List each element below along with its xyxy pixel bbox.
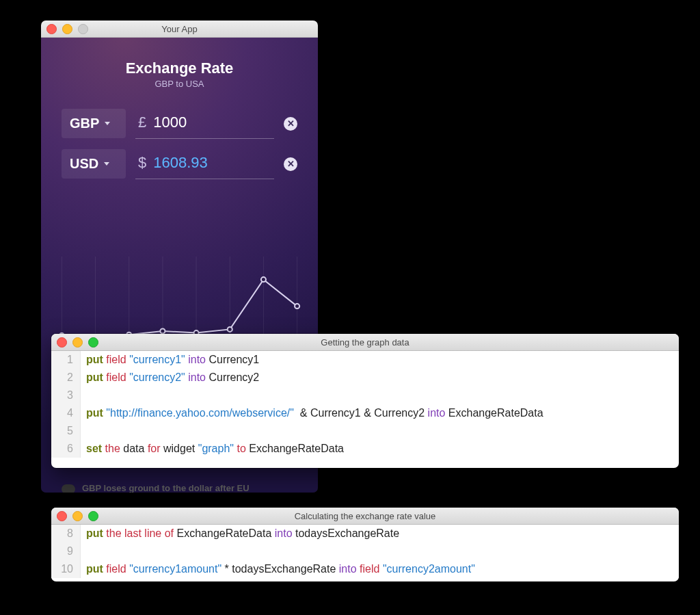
- svg-point-15: [295, 304, 299, 309]
- code-line: 6set the data for widget "graph" to Exch…: [51, 440, 679, 458]
- minimize-icon[interactable]: [62, 24, 72, 34]
- close-icon[interactable]: [46, 24, 57, 34]
- currency2-dropdown[interactable]: USD: [62, 149, 126, 179]
- news-item: GBP loses ground to the dollar after EU …: [62, 482, 297, 493]
- minimize-icon[interactable]: [72, 511, 83, 521]
- code-text: put "http://finance.yahoo.com/webservice…: [81, 404, 543, 422]
- window-title: Getting the graph data: [57, 337, 673, 348]
- titlebar: Your App: [41, 21, 318, 38]
- svg-point-14: [261, 277, 266, 282]
- currency-row-1: GBP £ 1000 ✕: [41, 108, 318, 139]
- currency2-output: $ 1608.93: [135, 148, 274, 179]
- currency1-value: 1000: [153, 114, 187, 131]
- code-line: 9: [51, 542, 679, 560]
- titlebar: Getting the graph data: [51, 334, 679, 351]
- zoom-icon[interactable]: [78, 24, 88, 34]
- currency1-input[interactable]: £ 1000: [135, 108, 274, 139]
- zoom-icon[interactable]: [88, 511, 98, 521]
- page-subtitle: GBP to USA: [41, 79, 318, 89]
- minimize-icon[interactable]: [72, 337, 83, 348]
- clear-icon[interactable]: ✕: [284, 157, 297, 171]
- window-controls: [57, 511, 98, 521]
- svg-point-11: [160, 329, 165, 334]
- code-line: 3: [51, 387, 679, 404]
- zoom-icon[interactable]: [88, 337, 98, 348]
- code-window-calc-value: Calculating the exchange rate value 8put…: [51, 508, 679, 581]
- line-number: 5: [51, 422, 81, 440]
- line-number: 8: [51, 525, 81, 542]
- close-icon[interactable]: [57, 337, 67, 348]
- code-text: put the last line of ExchangeRateData in…: [81, 525, 399, 542]
- currency1-dropdown[interactable]: GBP: [62, 109, 126, 138]
- code-line: 8put the last line of ExchangeRateData i…: [51, 525, 679, 542]
- code-line: 4put "http://finance.yahoo.com/webservic…: [51, 404, 679, 422]
- line-number: 3: [51, 387, 81, 404]
- line-number: 9: [51, 542, 81, 560]
- news-text: GBP loses ground to the dollar after EU …: [82, 482, 297, 493]
- currency2-code: USD: [70, 156, 98, 172]
- currency1-symbol: £: [138, 114, 146, 131]
- chevron-down-icon: [105, 122, 110, 125]
- code-text: set the data for widget "graph" to Excha…: [81, 440, 344, 458]
- currency1-code: GBP: [70, 116, 99, 131]
- code-line: 5: [51, 422, 679, 440]
- window-title: Calculating the exchange rate value: [57, 511, 673, 521]
- close-icon[interactable]: [57, 511, 67, 521]
- code-text: put field "currency1amount" * todaysExch…: [81, 560, 475, 578]
- code-editor[interactable]: 1put field "currency1" into Currency12pu…: [51, 351, 679, 458]
- code-text: put field "currency2" into Currency2: [81, 369, 259, 387]
- code-text: [81, 422, 89, 440]
- code-line: 2put field "currency2" into Currency2: [51, 369, 679, 387]
- line-number: 1: [51, 351, 81, 369]
- code-text: [81, 387, 89, 404]
- chevron-down-icon: [104, 162, 109, 166]
- code-text: put field "currency1" into Currency1: [81, 351, 259, 369]
- titlebar: Calculating the exchange rate value: [51, 508, 679, 525]
- currency-row-2: USD $ 1608.93 ✕: [41, 148, 318, 179]
- code-editor[interactable]: 8put the last line of ExchangeRateData i…: [51, 525, 679, 578]
- clear-icon[interactable]: ✕: [284, 117, 297, 131]
- currency2-symbol: $: [138, 154, 146, 172]
- code-window-graph-data: Getting the graph data 1put field "curre…: [51, 334, 679, 468]
- window-controls: [57, 337, 98, 348]
- window-controls: [46, 24, 88, 34]
- line-number: 10: [51, 560, 81, 578]
- line-number: 6: [51, 440, 81, 458]
- code-line: 10put field "currency1amount" * todaysEx…: [51, 560, 679, 578]
- cloud-icon: [62, 484, 75, 493]
- line-number: 4: [51, 404, 81, 422]
- currency2-value: 1608.93: [153, 154, 208, 172]
- svg-point-13: [228, 327, 232, 332]
- code-text: [81, 542, 89, 560]
- code-line: 1put field "currency1" into Currency1: [51, 351, 679, 369]
- page-title: Exchange Rate: [41, 60, 318, 77]
- line-number: 2: [51, 369, 81, 387]
